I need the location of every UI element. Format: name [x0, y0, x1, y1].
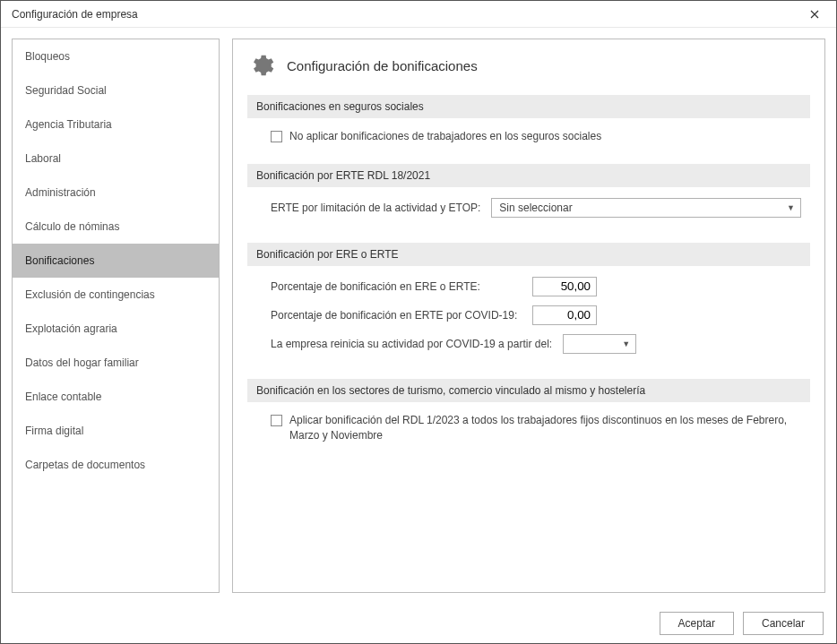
sidebar-item-10[interactable]: Enlace contable [13, 380, 219, 414]
sidebar-item-4[interactable]: Administración [13, 176, 219, 210]
main-panel: Configuración de bonificaciones Bonifica… [232, 39, 825, 593]
erte-etop-label: ERTE por limitación de la actividad y ET… [271, 202, 480, 214]
page-header: Configuración de bonificaciones [247, 52, 810, 79]
page-title: Configuración de bonificaciones [287, 58, 478, 73]
section-header-ere-erte: Bonificación por ERE o ERTE [247, 243, 810, 266]
no-aplicar-checkbox[interactable] [271, 131, 282, 142]
section-header-seguros: Bonificaciones en seguros sociales [247, 95, 810, 118]
sidebar-item-6[interactable]: Bonificaciones [13, 244, 219, 278]
gear-icon [247, 52, 274, 79]
accept-button[interactable]: Aceptar [660, 612, 734, 635]
sidebar-item-3[interactable]: Laboral [13, 142, 219, 176]
reinicia-label: La empresa reinicia su actividad por COV… [271, 338, 552, 350]
sidebar: BloqueosSeguridad SocialAgencia Tributar… [12, 39, 220, 593]
sidebar-item-7[interactable]: Exclusión de contingencias [13, 278, 219, 312]
aplicar-rdl-checkbox[interactable] [271, 415, 282, 426]
sidebar-item-9[interactable]: Datos del hogar familiar [13, 346, 219, 380]
chevron-down-icon: ▼ [622, 339, 630, 348]
sidebar-item-1[interactable]: Seguridad Social [13, 73, 219, 107]
sidebar-item-8[interactable]: Explotación agraria [13, 312, 219, 346]
cancel-button[interactable]: Cancelar [743, 612, 824, 635]
sidebar-item-12[interactable]: Carpetas de documentos [13, 448, 219, 482]
section-header-turismo: Bonificación en los sectores de turismo,… [247, 379, 810, 402]
sidebar-item-5[interactable]: Cálculo de nóminas [13, 210, 219, 244]
pct-ere-input[interactable] [532, 277, 597, 296]
aplicar-rdl-label: Aplicar bonificación del RDL 1/2023 a to… [289, 413, 801, 443]
pct-covid-input[interactable] [532, 305, 597, 325]
sidebar-item-2[interactable]: Agencia Tributaria [13, 107, 219, 142]
window-title: Configuración de empresa [12, 8, 138, 21]
pct-covid-label: Porcentaje de bonificación en ERTE por C… [271, 309, 522, 322]
erte-etop-select-value: Sin seleccionar [499, 202, 572, 214]
sidebar-item-0[interactable]: Bloqueos [13, 39, 219, 73]
titlebar: Configuración de empresa [1, 1, 836, 28]
chevron-down-icon: ▼ [787, 203, 795, 212]
sidebar-item-11[interactable]: Firma digital [13, 414, 219, 448]
pct-ere-label: Porcentaje de bonificación en ERE o ERTE… [271, 280, 522, 293]
no-aplicar-label: No aplicar bonificaciones de trabajadore… [289, 129, 601, 144]
footer: Aceptar Cancelar [1, 604, 836, 643]
reinicia-date-select[interactable]: ▼ [563, 334, 636, 354]
close-button[interactable] [800, 2, 829, 27]
section-header-erte-rdl: Bonificación por ERTE RDL 18/2021 [247, 164, 810, 187]
erte-etop-select[interactable]: Sin seleccionar ▼ [491, 198, 801, 218]
close-icon [810, 10, 819, 19]
